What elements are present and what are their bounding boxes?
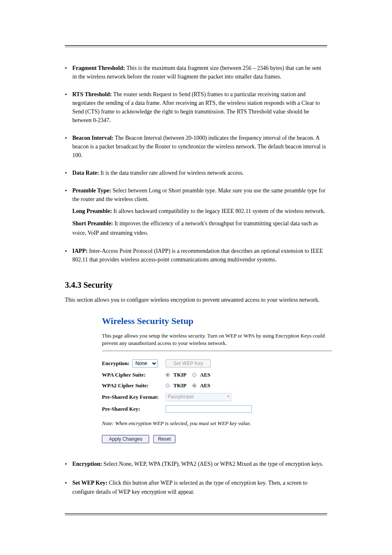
label-encryption: Encryption: None	[102, 359, 166, 368]
term-rts: RTS Threshold:	[72, 91, 113, 97]
term-datarate: Data Rate:	[72, 170, 100, 176]
preamble-sublist: Long Preamble: It allows backward compat…	[72, 207, 327, 238]
radio-wpa2-tkip[interactable]	[166, 384, 170, 388]
radio-wpa-aes[interactable]	[192, 373, 196, 377]
radio-wpa2-aes[interactable]	[192, 384, 196, 388]
list-item: Fragment Threshold: This is the maximum …	[72, 64, 327, 81]
term-encryption: Encryption:	[72, 461, 104, 467]
section-heading-security: 3.4.3 Security	[65, 280, 327, 290]
label-psk-format: Pre-Shared Key Format:	[102, 394, 166, 400]
text-encryption: Select None, WEP, WPA (TKIP), WPA2 (AES)…	[104, 461, 323, 467]
encryption-select[interactable]: None	[132, 359, 158, 368]
set-wep-key-button[interactable]: Set WEP Key	[166, 359, 211, 368]
list-item: Set WEP Key: Click this button after WEP…	[72, 479, 327, 497]
psk-format-select[interactable]: Passphrase▾	[166, 393, 231, 401]
radio-wpa-tkip-label: TKIP	[173, 372, 187, 378]
row-wpa2-cipher: WPA2 Cipher Suite: TKIP AES	[102, 382, 332, 389]
row-psk: Pre-Shared Key:	[102, 405, 332, 413]
label-wpa2-cipher: WPA2 Cipher Suite:	[102, 382, 166, 389]
radio-wpa2-tkip-label: TKIP	[173, 382, 187, 389]
apply-changes-button[interactable]: Apply Changes	[102, 435, 149, 443]
term-set-wep: Set WEP Key:	[72, 480, 109, 486]
list-item: RTS Threshold: The router sends Request …	[72, 90, 327, 125]
radio-wpa-aes-label: AES	[200, 372, 210, 378]
term-beacon: Beacon Interval:	[72, 135, 115, 141]
row-encryption: Encryption: None Set WEP Key	[102, 359, 332, 368]
footer-rule-top	[65, 513, 327, 514]
security-bullet-list: Encryption: Select None, WEP, WPA (TKIP)…	[65, 460, 327, 497]
term-preamble: Preamble Type:	[72, 187, 113, 194]
reset-button[interactable]: Reset	[153, 435, 175, 443]
preamble-long-label: Long Preamble:	[72, 208, 113, 214]
preamble-long: Long Preamble: It allows backward compat…	[72, 207, 327, 216]
text-datarate: It is the data transfer rate allowed for…	[100, 170, 244, 176]
list-item: Beacon Interval: The Beacon Interval (be…	[72, 134, 327, 160]
header-rule-bottom	[65, 47, 327, 47]
button-row: Apply Changes Reset	[102, 435, 332, 443]
preamble-short: Short Preamble: It improves the efficien…	[72, 219, 327, 238]
list-item: Data Rate: It is the data transfer rate …	[72, 169, 327, 177]
screenshot-title: Wireless Security Setup	[102, 316, 332, 326]
list-item: Encryption: Select None, WEP, WPA (TKIP)…	[72, 460, 327, 469]
label-psk: Pre-Shared Key:	[102, 406, 166, 412]
footer-rule-bottom	[65, 515, 327, 516]
radio-wpa-tkip[interactable]	[166, 373, 170, 377]
term-iapp: IAPP:	[72, 248, 89, 254]
chevron-down-icon: ▾	[227, 394, 229, 398]
row-psk-format: Pre-Shared Key Format: Passphrase▾	[102, 393, 332, 401]
term-fragment: Fragment Threshold:	[72, 65, 127, 71]
header-rule-top	[65, 45, 327, 46]
preamble-short-label: Short Preamble:	[72, 220, 114, 227]
advanced-bullet-list: Fragment Threshold: This is the maximum …	[65, 64, 327, 264]
section-description: This section allows you to configure wir…	[65, 296, 327, 304]
list-item: IAPP: Inter-Access Point Protocol (IAPP)…	[72, 247, 327, 264]
screenshot-note: Note: When encryption WEP is selected, y…	[102, 420, 332, 427]
preamble-long-text: It allows backward compatibility to the …	[113, 208, 325, 214]
label-wpa-cipher: WPA Cipher Suite:	[102, 372, 166, 378]
text-iapp: Inter-Access Point Protocol (IAPP) is a …	[72, 248, 323, 263]
screenshot-security-setup: Wireless Security Setup This page allows…	[102, 316, 332, 443]
screenshot-intro: This page allows you setup the wireless …	[102, 332, 332, 351]
row-wpa-cipher: WPA Cipher Suite: TKIP AES	[102, 372, 332, 378]
psk-input[interactable]	[166, 405, 252, 413]
list-item: Preamble Type: Select between Long or Sh…	[72, 186, 327, 238]
radio-wpa2-aes-label: AES	[200, 382, 210, 389]
